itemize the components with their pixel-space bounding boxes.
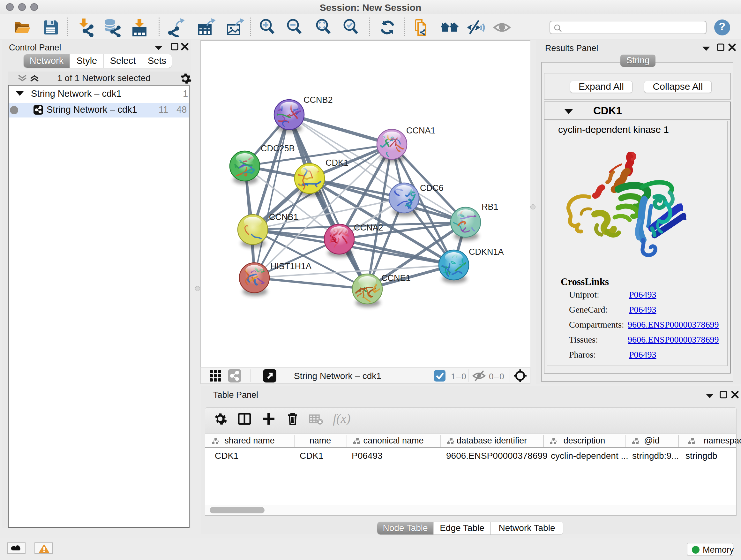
svg-text:RB1: RB1 <box>482 202 498 212</box>
svg-text:CCNA1: CCNA1 <box>406 126 435 135</box>
svg-text:CCNA2: CCNA2 <box>354 223 383 233</box>
svg-text:CCNB1: CCNB1 <box>269 212 298 222</box>
svg-text:CDC6: CDC6 <box>420 183 444 193</box>
svg-text:CDKN1A: CDKN1A <box>469 247 504 257</box>
svg-text:CDC25B: CDC25B <box>261 144 295 153</box>
svg-text:CCNE1: CCNE1 <box>381 273 411 283</box>
svg-text:CCNB2: CCNB2 <box>304 95 333 105</box>
svg-text:CDK1: CDK1 <box>326 158 348 168</box>
svg-text:HIST1H1A: HIST1H1A <box>270 261 312 271</box>
